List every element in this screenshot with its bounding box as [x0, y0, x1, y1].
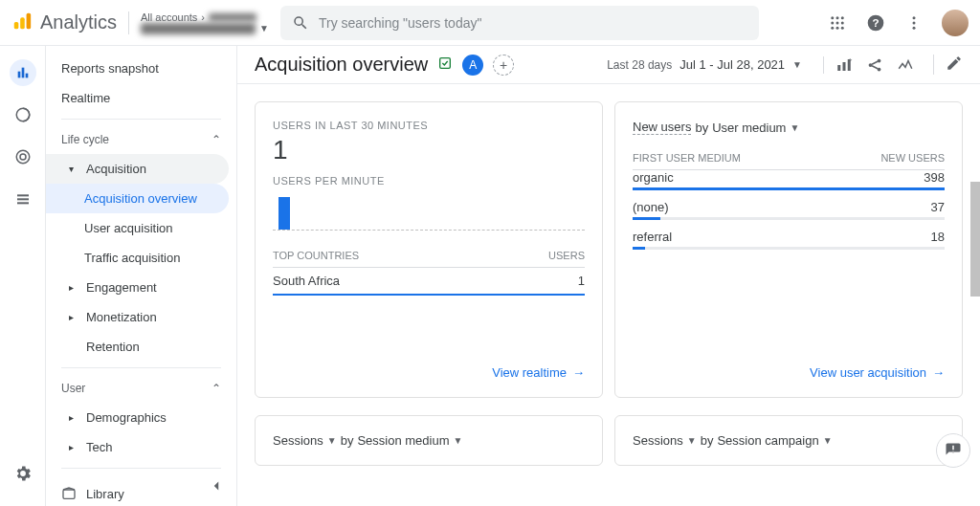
- product-logo[interactable]: Analytics: [11, 11, 117, 35]
- card-sessions-medium: Sessions▼ by Session medium▼: [255, 415, 603, 466]
- sidebar-item-tech[interactable]: ▸Tech: [46, 432, 236, 462]
- svg-point-22: [20, 154, 26, 160]
- verified-icon: [437, 55, 453, 75]
- users-per-minute-sparkline: [273, 192, 585, 231]
- caret-down-icon: ▾: [69, 164, 78, 174]
- scrollbar-thumb[interactable]: [970, 182, 980, 297]
- svg-rect-26: [63, 490, 75, 498]
- apps-icon[interactable]: [827, 12, 848, 33]
- svg-point-10: [836, 26, 839, 29]
- view-user-acquisition-link[interactable]: View user acquisition →: [633, 365, 945, 380]
- sidebar-item-label: Engagement: [86, 280, 157, 295]
- top-header: Analytics All accounts› ▼ Try searching …: [0, 0, 980, 46]
- link-label: View realtime: [492, 365, 567, 380]
- header-actions: ?: [827, 10, 969, 36]
- audience-chip[interactable]: A: [462, 55, 483, 76]
- metric-dimension-selector[interactable]: New users by User medium ▼: [633, 120, 945, 135]
- sidebar-item-realtime[interactable]: Realtime: [46, 83, 236, 113]
- svg-point-5: [841, 16, 844, 19]
- bar-row: referral18: [633, 230, 945, 250]
- svg-rect-2: [27, 12, 32, 29]
- library-icon: [61, 486, 77, 501]
- users-per-minute-label: USERS PER MINUTE: [273, 175, 585, 187]
- nav-explore-icon[interactable]: [10, 101, 36, 128]
- svg-text:?: ?: [872, 16, 879, 29]
- account-line1: All accounts: [141, 11, 197, 23]
- svg-rect-24: [17, 198, 29, 200]
- sidebar-item-monetization[interactable]: ▸Monetization: [46, 302, 236, 332]
- top-countries-header: TOP COUNTRIES USERS: [273, 244, 585, 268]
- sidebar-item-label: Acquisition: [86, 162, 146, 176]
- search-input[interactable]: Try searching "users today": [280, 6, 759, 40]
- share-icon[interactable]: [866, 56, 883, 74]
- sidebar-group-user[interactable]: User ⌃: [46, 374, 236, 403]
- sessions-campaign-selector[interactable]: Sessions▼ by Session campaign▼: [633, 433, 945, 448]
- svg-rect-27: [440, 57, 451, 68]
- more-vert-icon[interactable]: [903, 12, 924, 33]
- help-icon[interactable]: ?: [865, 12, 886, 33]
- collapse-sidebar-icon[interactable]: [208, 477, 225, 498]
- nav-configure-icon[interactable]: [10, 186, 36, 212]
- sidebar-item-label: Tech: [86, 440, 112, 454]
- sidebar-item-acq-overview[interactable]: Acquisition overview: [46, 184, 229, 213]
- view-realtime-link[interactable]: View realtime →: [273, 365, 585, 380]
- sidebar-item-label: Monetization: [86, 310, 157, 324]
- svg-rect-19: [25, 74, 28, 78]
- svg-point-16: [913, 26, 916, 29]
- newusers-header: FIRST USER MEDIUM NEW USERS: [633, 146, 945, 170]
- col-countries: TOP COUNTRIES: [273, 250, 359, 261]
- sidebar-item-demographics[interactable]: ▸Demographics: [46, 403, 236, 432]
- link-label: View user acquisition: [810, 365, 926, 380]
- avatar[interactable]: [942, 10, 969, 36]
- caret-right-icon: ▸: [69, 412, 78, 423]
- chevron-up-icon: ⌃: [212, 382, 221, 395]
- svg-rect-0: [14, 21, 19, 28]
- edit-icon[interactable]: [946, 55, 963, 72]
- sidebar-item-engagement[interactable]: ▸Engagement: [46, 273, 236, 302]
- date-preset-label: Last 28 days: [607, 58, 672, 72]
- settings-icon[interactable]: [10, 460, 36, 487]
- card-new-users: New users by User medium ▼ FIRST USER ME…: [614, 101, 963, 398]
- sidebar-item-snapshot[interactable]: Reports snapshot: [46, 54, 236, 83]
- chevron-down-icon: ▼: [454, 435, 463, 446]
- svg-point-3: [831, 16, 834, 19]
- svg-rect-29: [843, 62, 846, 71]
- customize-icon[interactable]: [835, 56, 853, 74]
- feedback-button[interactable]: [936, 433, 970, 468]
- add-comparison-button[interactable]: +: [493, 55, 514, 76]
- svg-rect-18: [21, 68, 24, 78]
- ga-logo-icon: [11, 11, 33, 35]
- chevron-down-icon: ▼: [327, 435, 337, 446]
- arrow-right-icon: →: [932, 365, 945, 380]
- sidebar-item-user-acq[interactable]: User acquisition: [46, 213, 236, 243]
- account-selector[interactable]: All accounts› ▼: [128, 11, 269, 34]
- product-name: Analytics: [40, 11, 117, 33]
- dimension-label: Session campaign: [717, 433, 818, 448]
- account-blurred-2: [141, 23, 256, 34]
- bar-row: (none)37: [633, 200, 945, 220]
- nav-advertising-icon[interactable]: [10, 143, 36, 170]
- caret-right-icon: ▸: [69, 442, 78, 452]
- sidebar-item-traffic-acq[interactable]: Traffic acquisition: [46, 243, 236, 273]
- cards-area: USERS IN LAST 30 MINUTES 1 USERS PER MIN…: [237, 84, 980, 506]
- svg-point-7: [836, 21, 839, 24]
- page-actions: [823, 56, 914, 74]
- chevron-right-icon: ›: [201, 11, 205, 23]
- svg-point-6: [831, 21, 834, 24]
- insights-icon[interactable]: [897, 56, 914, 74]
- sidebar-group-lifecycle[interactable]: Life cycle ⌃: [46, 125, 236, 154]
- card-realtime: USERS IN LAST 30 MINUTES 1 USERS PER MIN…: [255, 101, 603, 398]
- date-range-picker[interactable]: Last 28 days Jul 1 - Jul 28, 2021 ▼: [607, 55, 963, 75]
- dimension-label: Session medium: [357, 433, 449, 448]
- sessions-medium-selector[interactable]: Sessions▼ by Session medium▼: [273, 433, 585, 448]
- sidebar-item-acquisition[interactable]: ▾Acquisition: [46, 154, 229, 184]
- sidebar-group-label: User: [61, 382, 85, 395]
- nav-reports-icon[interactable]: [10, 59, 36, 86]
- svg-point-14: [913, 16, 916, 19]
- account-blurred-1: [209, 13, 256, 21]
- sidebar-item-retention[interactable]: Retention: [46, 332, 236, 362]
- page-header: Acquisition overview A + Last 28 days Ju…: [237, 46, 980, 84]
- by-label: by: [701, 433, 714, 448]
- chevron-down-icon: ▼: [790, 122, 799, 133]
- chevron-down-icon: ▼: [259, 23, 269, 33]
